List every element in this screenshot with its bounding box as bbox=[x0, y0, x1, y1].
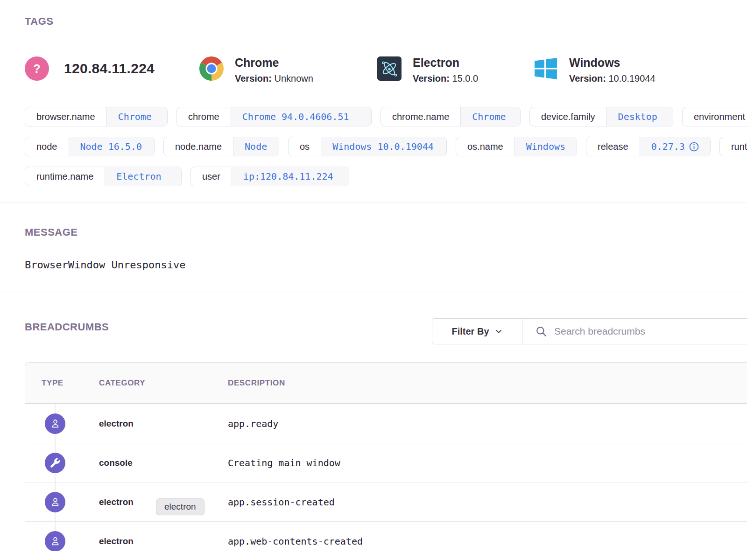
tag-key: browser.name bbox=[25, 107, 106, 126]
user-icon bbox=[49, 535, 61, 547]
breadcrumb-description: app.session-created bbox=[228, 497, 747, 508]
tag-key: environment bbox=[683, 107, 747, 126]
tag-key: release bbox=[586, 137, 640, 156]
tag-value[interactable]: 0.27.3 bbox=[640, 137, 710, 156]
breadcrumb-category: console bbox=[99, 458, 228, 468]
user-breadcrumb-badge bbox=[45, 492, 65, 512]
tags-section-title: TAGS bbox=[25, 15, 747, 28]
tag-key: os bbox=[289, 137, 321, 156]
tag-key: runtime bbox=[720, 137, 747, 156]
context-user: ? 120.84.11.224 bbox=[25, 56, 199, 81]
user-breadcrumb-badge bbox=[45, 531, 65, 552]
unknown-user-avatar: ? bbox=[25, 56, 49, 81]
tag-key: os.name bbox=[456, 137, 514, 156]
tag-value[interactable]: ip:120.84.11.224 bbox=[232, 167, 349, 186]
tag-pill: chrome.name Chrome bbox=[381, 107, 521, 126]
tag-pill: environment bbox=[682, 107, 747, 126]
tag-pill: os Windows 10.0.19044 bbox=[288, 137, 447, 156]
tag-pill-row: node Node 16.5.0 node.name Node os Windo… bbox=[25, 137, 747, 156]
tag-value[interactable]: Windows 10.0.19044 bbox=[321, 137, 446, 156]
breadcrumb-category: electron bbox=[99, 419, 228, 429]
chevron-down-icon bbox=[494, 327, 503, 336]
tag-value[interactable]: Node bbox=[233, 137, 279, 156]
tag-pill: release 0.27.3 bbox=[586, 137, 711, 156]
search-breadcrumbs-input[interactable] bbox=[554, 326, 747, 337]
context-summary-row: ? 120.84.11.224 Chrome Version: Unknown bbox=[25, 56, 747, 90]
column-header-type: TYPE bbox=[42, 378, 99, 388]
context-os: Windows Version: 10.0.19044 bbox=[534, 56, 655, 84]
tag-value[interactable]: Chrome bbox=[460, 107, 520, 126]
user-icon bbox=[49, 496, 61, 508]
category-tooltip: electron bbox=[156, 498, 204, 515]
breadcrumb-description: Creating main window bbox=[228, 457, 747, 469]
section-divider bbox=[0, 203, 747, 203]
tag-key: chrome.name bbox=[381, 107, 460, 126]
tag-pill: browser.name Chrome bbox=[25, 107, 168, 126]
question-mark-icon: ? bbox=[33, 62, 40, 76]
tag-key: runtime.name bbox=[25, 167, 105, 186]
user-breadcrumb-badge bbox=[45, 413, 65, 434]
tag-value[interactable]: Windows bbox=[514, 137, 577, 156]
tag-pill: chrome Chrome 94.0.4606.51 bbox=[176, 107, 372, 126]
breadcrumb-row: electron app.web-contents-created bbox=[25, 521, 747, 551]
table-header-row: TYPE CATEGORY DESCRIPTION bbox=[25, 363, 747, 404]
tag-key: node bbox=[25, 137, 69, 156]
tag-pill: node Node 16.5.0 bbox=[25, 137, 155, 156]
breadcrumb-description: app.web-contents-created bbox=[228, 536, 747, 547]
tag-key: device.family bbox=[530, 107, 606, 126]
breadcrumbs-table: TYPE CATEGORY DESCRIPTION electron app.r… bbox=[25, 362, 747, 551]
browser-name: Chrome bbox=[235, 56, 313, 70]
column-header-category: CATEGORY bbox=[99, 378, 228, 388]
tag-key: node.name bbox=[164, 137, 233, 156]
tag-pill: user ip:120.84.11.224 bbox=[190, 167, 349, 186]
tag-pill-row: browser.name Chrome chrome Chrome 94.0.4… bbox=[25, 107, 747, 126]
breadcrumb-category: electron bbox=[99, 536, 228, 546]
user-ip-address: 120.84.11.224 bbox=[64, 61, 155, 77]
info-icon[interactable] bbox=[689, 142, 699, 152]
tag-key: user bbox=[191, 167, 232, 186]
context-browser: Chrome Version: Unknown bbox=[199, 56, 377, 84]
tag-value[interactable]: Chrome bbox=[106, 107, 167, 126]
console-breadcrumb-badge bbox=[45, 453, 65, 473]
wrench-icon bbox=[50, 458, 60, 468]
tag-pill: os.name Windows bbox=[456, 137, 577, 156]
message-section-title: MESSAGE bbox=[25, 226, 747, 238]
runtime-name: Electron bbox=[413, 56, 478, 70]
tag-value[interactable]: Desktop bbox=[606, 107, 673, 126]
breadcrumbs-controls: Filter By bbox=[432, 318, 747, 344]
user-icon bbox=[49, 418, 61, 429]
breadcrumb-row: electron app.ready bbox=[25, 404, 747, 443]
browser-version: Version: Unknown bbox=[235, 73, 313, 84]
electron-icon bbox=[377, 56, 402, 81]
breadcrumbs-header: BREADCRUMBS Filter By bbox=[0, 292, 747, 362]
breadcrumb-description: app.ready bbox=[228, 418, 747, 429]
message-text: BrowserWindow Unresponsive bbox=[25, 259, 747, 271]
chrome-icon bbox=[199, 56, 224, 81]
breadcrumb-row: electron app.session-created bbox=[25, 482, 747, 521]
tag-pills: browser.name Chrome chrome Chrome 94.0.4… bbox=[25, 107, 747, 186]
tag-pill: runtime.name Electron bbox=[25, 167, 182, 186]
tag-pill: device.family Desktop bbox=[529, 107, 673, 126]
runtime-version: Version: 15.0.0 bbox=[413, 73, 478, 84]
os-version: Version: 10.0.19044 bbox=[569, 73, 655, 84]
os-name: Windows bbox=[569, 56, 655, 70]
tag-value[interactable]: Electron bbox=[105, 167, 181, 186]
tag-pill: node.name Node bbox=[163, 137, 279, 156]
tag-key: chrome bbox=[177, 107, 231, 126]
tag-pill: runtime bbox=[719, 137, 747, 156]
table-body: electron app.ready console Creating main… bbox=[25, 404, 747, 551]
breadcrumb-row: console Creating main window bbox=[25, 443, 747, 482]
column-header-description: DESCRIPTION bbox=[228, 378, 747, 388]
context-runtime: Electron Version: 15.0.0 bbox=[377, 56, 534, 84]
tag-pill-row: runtime.name Electron user ip:120.84.11.… bbox=[25, 167, 747, 186]
search-box bbox=[522, 319, 747, 344]
filter-by-button[interactable]: Filter By bbox=[432, 319, 522, 344]
windows-icon bbox=[534, 56, 558, 81]
search-icon bbox=[535, 325, 547, 337]
breadcrumbs-section-title: BREADCRUMBS bbox=[25, 321, 109, 333]
tag-value[interactable]: Chrome 94.0.4606.51 bbox=[231, 107, 371, 126]
tag-value[interactable]: Node 16.5.0 bbox=[69, 137, 155, 156]
